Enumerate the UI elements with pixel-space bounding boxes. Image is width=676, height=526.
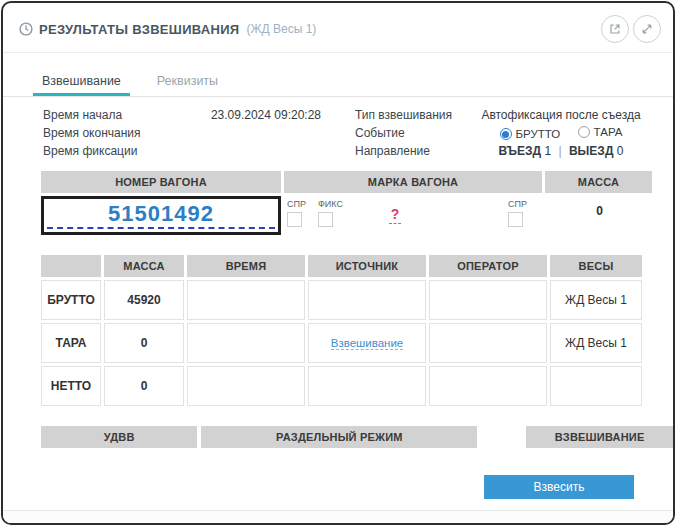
empty-header-cell xyxy=(41,255,101,277)
tab-weighing[interactable]: Взвешивание xyxy=(33,67,130,96)
netto-mass-cell: 0 xyxy=(104,366,184,406)
wagon-body-row: 51501492 СПР ФИКС ? СПР 0 xyxy=(41,195,647,239)
netto-row-label: НЕТТО xyxy=(41,366,101,406)
brutto-source-cell xyxy=(308,280,426,320)
open-external-icon xyxy=(609,23,621,35)
time-column-header: ВРЕМЯ xyxy=(187,255,305,277)
tara-time-cell xyxy=(187,323,305,363)
table-row-brutto: БРУТТО 45920 ЖД Весы 1 xyxy=(41,280,642,320)
table-header-row: МАССА ВРЕМЯ ИСТОЧНИК ОПЕРАТОР ВЕСЫ xyxy=(41,255,642,277)
brutto-time-cell xyxy=(187,280,305,320)
fix-time-row: Время фиксации xyxy=(43,142,321,160)
tara-scale-cell: ЖД Весы 1 xyxy=(550,323,642,363)
brutto-mass-cell: 45920 xyxy=(104,280,184,320)
direction-out-value: 0 xyxy=(617,144,624,158)
weighing-type-label: Тип взвешивания xyxy=(355,108,473,122)
weigh-button[interactable]: Взвесить xyxy=(484,475,634,499)
end-time-row: Время окончания xyxy=(43,124,321,142)
netto-time-cell xyxy=(187,366,305,406)
expand-icon xyxy=(641,23,653,35)
direction-in-value: 1 xyxy=(544,144,551,158)
radio-unselected-icon xyxy=(578,126,590,138)
radio-tara-label: ТАРА xyxy=(594,126,623,138)
mark-spr-label: СПР xyxy=(508,199,538,209)
netto-scale-cell xyxy=(550,366,642,406)
scale-column-header: ВЕСЫ xyxy=(550,255,642,277)
event-row: Событие БРУТТО ТАРА xyxy=(355,124,649,142)
time-info-column: Время начала 23.09.2024 09:20:28 Время о… xyxy=(43,106,321,160)
weighing-type-row: Тип взвешивания Автофиксация после съезд… xyxy=(355,106,649,124)
table-row-tara: ТАРА 0 Взвешивание ЖД Весы 1 xyxy=(41,323,642,363)
scale-name-subtitle: (ЖД Весы 1) xyxy=(247,22,317,36)
direction-in-label: ВЪЕЗД xyxy=(499,144,542,158)
mode-split-button[interactable]: РАЗДЕЛЬНЫЙ РЕЖИМ xyxy=(201,426,477,448)
wagon-number-value: 51501492 xyxy=(44,203,278,225)
weighing-type-value: Автофиксация после съезда xyxy=(473,108,649,122)
tara-mass-cell: 0 xyxy=(104,323,184,363)
netto-source-cell xyxy=(308,366,426,406)
netto-operator-cell xyxy=(429,366,547,406)
direction-value: ВЪЕЗД 1 | ВЫЕЗД 0 xyxy=(473,144,649,158)
wagon-number-input[interactable]: 51501492 xyxy=(41,196,281,235)
tara-row-label: ТАРА xyxy=(41,323,101,363)
weighing-table: МАССА ВРЕМЯ ИСТОЧНИК ОПЕРАТОР ВЕСЫ БРУТТ… xyxy=(38,252,645,409)
direction-out-label: ВЫЕЗД xyxy=(569,144,613,158)
wagon-mass-header: МАССА xyxy=(545,171,652,193)
open-external-button[interactable] xyxy=(601,15,629,43)
wagon-mark-header: МАРКА ВАГОНА xyxy=(284,171,542,193)
fix-time-label: Время фиксации xyxy=(43,144,137,158)
brutto-row-label: БРУТТО xyxy=(41,280,101,320)
tara-operator-cell xyxy=(429,323,547,363)
radio-selected-icon xyxy=(500,128,512,140)
direction-label: Направление xyxy=(355,144,473,158)
event-label: Событие xyxy=(355,126,473,140)
tara-source-cell: Взвешивание xyxy=(308,323,426,363)
event-radio-group: БРУТТО ТАРА xyxy=(473,126,649,141)
table-row-netto: НЕТТО 0 xyxy=(41,366,642,406)
start-time-row: Время начала 23.09.2024 09:20:28 xyxy=(43,106,321,124)
window-header: РЕЗУЛЬТАТЫ ВЗВЕШИВАНИЯ (ЖД Весы 1) xyxy=(3,3,673,53)
tara-source-link[interactable]: Взвешивание xyxy=(331,337,404,350)
wagon-mark-link[interactable]: ? xyxy=(389,206,402,224)
wagon-header-row: НОМЕР ВАГОНА МАРКА ВАГОНА МАССА xyxy=(41,171,673,193)
direction-separator: | xyxy=(558,144,561,158)
wagon-mark-area: ? xyxy=(285,205,505,224)
mark-spr-checkbox[interactable] xyxy=(508,212,523,227)
mass-column-header: МАССА xyxy=(104,255,184,277)
bottom-strip xyxy=(3,510,673,523)
wagon-number-header: НОМЕР ВАГОНА xyxy=(41,171,281,193)
page-title: РЕЗУЛЬТАТЫ ВЗВЕШИВАНИЯ xyxy=(39,22,240,37)
weighing-info: Время начала 23.09.2024 09:20:28 Время о… xyxy=(3,97,673,166)
source-column-header: ИСТОЧНИК xyxy=(308,255,426,277)
tab-bar: Взвешивание Реквизиты xyxy=(3,67,673,97)
operator-column-header: ОПЕРАТОР xyxy=(429,255,547,277)
weighing-results-window: РЕЗУЛЬТАТЫ ВЗВЕШИВАНИЯ (ЖД Весы 1) Взвеш… xyxy=(1,1,675,525)
start-time-label: Время начала xyxy=(43,108,122,122)
clock-icon xyxy=(19,22,33,36)
wagon-mass-value: 0 xyxy=(546,204,653,218)
brutto-operator-cell xyxy=(429,280,547,320)
radio-tara[interactable]: ТАРА xyxy=(578,126,623,138)
mark-spr-checkbox-group: СПР xyxy=(508,199,538,227)
radio-brutto-label: БРУТТО xyxy=(516,128,561,140)
start-time-value: 23.09.2024 09:20:28 xyxy=(211,108,321,122)
brutto-scale-cell: ЖД Весы 1 xyxy=(550,280,642,320)
mode-info-column: Тип взвешивания Автофиксация после съезд… xyxy=(355,106,649,160)
wagon-number-underline xyxy=(47,227,275,229)
expand-button[interactable] xyxy=(633,15,661,43)
direction-row: Направление ВЪЕЗД 1 | ВЫЕЗД 0 xyxy=(355,142,649,160)
mode-weighing-button[interactable]: ВЗВЕШИВАНИЕ xyxy=(526,426,673,448)
radio-brutto[interactable]: БРУТТО xyxy=(500,128,561,140)
end-time-label: Время окончания xyxy=(43,126,141,140)
tab-requisites[interactable]: Реквизиты xyxy=(148,67,227,96)
mode-bar: УДВВ РАЗДЕЛЬНЫЙ РЕЖИМ ВЗВЕШИВАНИЕ xyxy=(41,426,673,448)
mode-udvv-button[interactable]: УДВВ xyxy=(41,426,197,448)
